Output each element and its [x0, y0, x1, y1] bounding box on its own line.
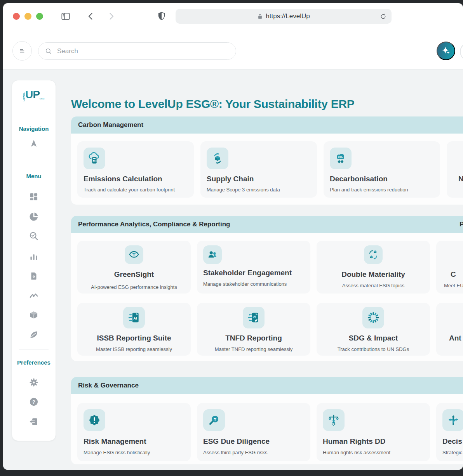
section-title: Carbon Management: [78, 116, 143, 134]
close-button[interactable]: [13, 13, 20, 20]
card-esg-due-diligence[interactable]: ESG Due Diligence Assess third-party ESG…: [197, 403, 310, 461]
sidebar-item-sustainability[interactable]: [27, 328, 40, 341]
card-risk-management[interactable]: Risk Management Manage ESG risks holisti…: [77, 403, 191, 461]
reload-button[interactable]: [378, 12, 388, 21]
card-title: TNFD Reporting: [197, 334, 310, 342]
card-partial[interactable]: N: [447, 141, 463, 198]
magnifier-leaf-icon: [207, 413, 221, 427]
sidebar-item-products[interactable]: [27, 309, 40, 322]
card-supply-chain[interactable]: Supply Chain Manage Scope 3 emissions da…: [200, 141, 317, 198]
co2-cloud-icon: CO₂: [334, 151, 348, 165]
emissions-calculator-icon: [87, 151, 101, 165]
dashboard-icon: [29, 192, 39, 202]
section-performance-analytics: Performance Analytics, Compliance & Repo…: [71, 216, 463, 361]
app-logo: LEVEL UP ESG: [12, 89, 56, 101]
card-title: Decarbonisation: [330, 175, 388, 183]
secondary-avatar[interactable]: [460, 42, 463, 61]
address-bar[interactable]: https://LevelUp: [176, 9, 392, 24]
privacy-shield-button[interactable]: [156, 11, 167, 22]
ai-glyph: AI: [133, 316, 137, 320]
sidebar-item-help[interactable]: ?: [27, 395, 40, 408]
url-text: https://LevelUp: [266, 12, 310, 20]
card-decision-partial[interactable]: Decis Strategic: [436, 403, 463, 461]
co2-glyph: CO₂: [338, 156, 343, 158]
sidebar-toggle-button[interactable]: [60, 11, 71, 22]
card-subtitle: Human rights risk assessment: [323, 450, 390, 455]
search-input[interactable]: [56, 47, 236, 56]
zoom-button[interactable]: [36, 13, 43, 20]
back-button[interactable]: [85, 11, 96, 22]
sidebar-item-analytics[interactable]: [27, 210, 40, 223]
card-title: Emissions Calculation: [84, 175, 162, 183]
logo-esg-text: ESG: [40, 97, 45, 100]
document-icon: [29, 271, 39, 281]
card-title: Ant: [449, 334, 461, 342]
forward-icon: [106, 12, 116, 21]
card-subtitle: Master ISSB reporting seamlessly: [77, 346, 191, 352]
card-title: Double Materiality: [317, 270, 430, 279]
card-title: SDG & Impact: [317, 334, 430, 342]
sidebar-item-dashboard[interactable]: [27, 190, 40, 203]
logo-level-text: LEVEL: [23, 92, 25, 101]
card-partial[interactable]: Ant: [436, 303, 463, 356]
lock-icon: [257, 14, 263, 19]
double-materiality-icon: [367, 248, 379, 261]
sidebar-section-menu: Menu: [12, 173, 56, 179]
card-tnfd-reporting[interactable]: AI TNFD Reporting Master TNFD reporting …: [197, 303, 310, 356]
card-title: Stakeholder Engagement: [203, 269, 292, 277]
help-glyph: ?: [32, 399, 35, 405]
box-icon: [29, 310, 39, 320]
gear-icon: [29, 377, 39, 387]
card-human-rights-dd[interactable]: Human Rights DD Human rights risk assess…: [317, 403, 430, 461]
card-subtitle: Assess third-party ESG risks: [203, 450, 267, 455]
forward-button[interactable]: [106, 11, 117, 22]
card-stakeholder-engagement[interactable]: Stakeholder Engagement Manage stakeholde…: [197, 241, 310, 294]
card-title: C: [451, 270, 456, 279]
sidebar-divider: [19, 164, 49, 164]
card-partial[interactable]: C Meet EU: [436, 241, 463, 294]
card-sdg-impact[interactable]: SDG & Impact Track contributions to UN S…: [317, 303, 430, 356]
card-issb-reporting[interactable]: AI ISSB Reporting Suite Master ISSB repo…: [77, 303, 191, 356]
sidebar-item-logout[interactable]: [27, 415, 40, 428]
minimize-button[interactable]: [24, 13, 31, 20]
card-subtitle: Strategic: [442, 450, 462, 455]
sidebar-item-home[interactable]: [27, 137, 40, 150]
section-header: Performance Analytics, Compliance & Repo…: [71, 216, 463, 233]
ai-assistant-button[interactable]: [437, 42, 455, 60]
card-subtitle: Plan and track emissions reduction: [330, 187, 408, 193]
navigation-arrow-icon: [29, 139, 39, 149]
card-subtitle: Manage stakeholder communications: [203, 281, 287, 287]
page-title: Welcome to LevelUp ESG®: Your Sustainabi…: [71, 97, 355, 111]
card-subtitle: Track contributions to UN SDGs: [317, 346, 430, 352]
sidebar-item-reports[interactable]: [27, 250, 40, 263]
search-check-icon: [29, 231, 39, 241]
card-decarbonisation[interactable]: CO₂ Decarbonisation Plan and track emiss…: [324, 141, 440, 198]
section-title: Risk & Governance: [78, 377, 139, 394]
ai-glyph: AI: [253, 315, 256, 318]
card-title: N: [458, 175, 463, 183]
card-double-materiality[interactable]: Double Materiality Assess material ESG t…: [317, 241, 430, 294]
sidebar-item-settings[interactable]: [27, 376, 40, 389]
card-subtitle: Meet EU: [444, 283, 463, 288]
sidebar-toggle-icon: [61, 11, 71, 21]
card-subtitle: Master TNFD reporting seamlessly: [197, 346, 310, 352]
card-title: ISSB Reporting Suite: [77, 334, 191, 342]
sidebar-item-audit[interactable]: [27, 229, 40, 243]
card-title: Supply Chain: [207, 175, 254, 183]
card-greensight[interactable]: GreenSight AI-powered ESG performance in…: [77, 241, 191, 294]
sidebar-item-trends[interactable]: [27, 289, 40, 302]
browser-window: https://LevelUp LEVEL UP: [3, 3, 463, 470]
scales-person-icon: [327, 413, 341, 427]
crossroads-arrows-icon: [446, 413, 460, 427]
card-title: ESG Due Diligence: [203, 437, 270, 446]
search-field[interactable]: [38, 42, 236, 60]
menu-toggle-button[interactable]: [12, 41, 32, 61]
next-section-title-fragment: P: [460, 216, 463, 233]
card-subtitle: Manage ESG risks holistically: [84, 450, 150, 455]
sidebar-divider: [19, 349, 49, 349]
card-emissions-calculation[interactable]: Emissions Calculation Track and calculat…: [77, 141, 194, 198]
sidebar-item-documents[interactable]: [27, 269, 40, 283]
sdg-wheel-icon: [366, 311, 380, 325]
card-subtitle: Assess material ESG topics: [317, 283, 430, 288]
greensight-eye-icon: [128, 248, 140, 261]
